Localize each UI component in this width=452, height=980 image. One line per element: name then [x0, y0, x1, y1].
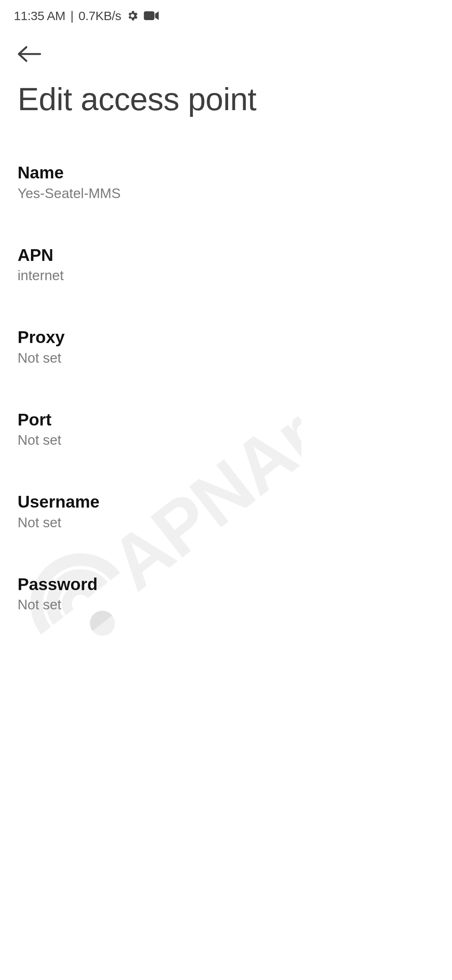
status-time: 11:35 AM: [14, 8, 65, 23]
setting-label: Port: [18, 410, 301, 430]
page-title: Edit access point: [0, 70, 301, 138]
setting-value: Not set: [18, 597, 301, 613]
setting-label: Name: [18, 163, 301, 183]
status-bar: 11:35 AM | 0.7KB/s 4G: [0, 0, 301, 31]
status-sep: |: [70, 8, 73, 23]
setting-row-name[interactable]: NameYes-Seatel-MMS: [0, 147, 301, 218]
svg-rect-0: [144, 11, 154, 20]
camera-icon: [144, 11, 159, 21]
settings-list: NameYes-Seatel-MMSAPNinternetProxyNot se…: [0, 144, 301, 653]
setting-label: Password: [18, 575, 301, 595]
status-netspeed: 0.7KB/s: [79, 8, 121, 23]
setting-row-username[interactable]: UsernameNot set: [0, 476, 301, 547]
setting-value: internet: [18, 268, 301, 284]
setting-value: Yes-Seatel-MMS: [18, 186, 301, 202]
setting-label: Proxy: [18, 328, 301, 348]
back-button[interactable]: [16, 54, 43, 65]
setting-row-password[interactable]: PasswordNot set: [0, 559, 301, 630]
setting-label: Username: [18, 493, 301, 512]
settings-icon: [126, 10, 139, 22]
setting-row-apn[interactable]: APNinternet: [0, 230, 301, 301]
setting-row-server[interactable]: ServerNot set: [0, 641, 301, 653]
setting-label: APN: [18, 246, 301, 266]
setting-value: Not set: [18, 350, 301, 366]
setting-value: Not set: [18, 432, 301, 449]
setting-row-port[interactable]: PortNot set: [0, 394, 301, 465]
setting-row-proxy[interactable]: ProxyNot set: [0, 312, 301, 383]
setting-value: Not set: [18, 515, 301, 531]
